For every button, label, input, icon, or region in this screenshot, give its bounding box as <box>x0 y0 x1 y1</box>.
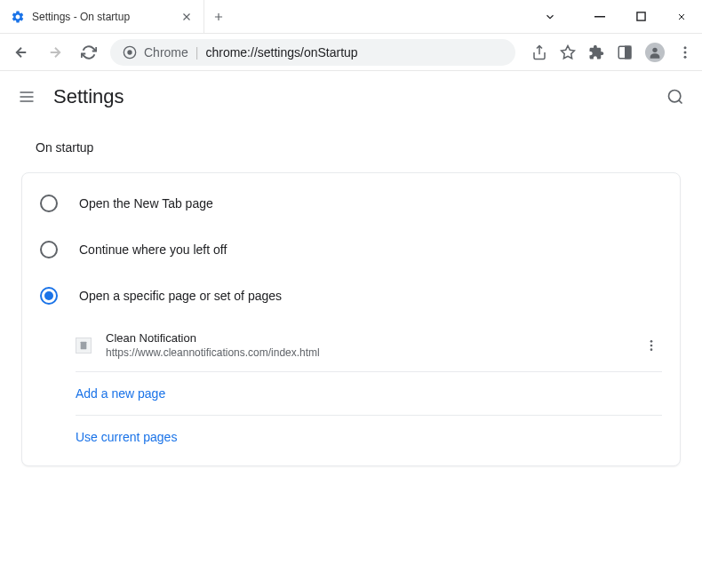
browser-tab[interactable]: Settings - On startup <box>0 0 204 33</box>
startup-page-url: https://www.cleannotifications.com/index… <box>106 346 626 359</box>
startup-page-item: Clean Notification https://www.cleannoti… <box>76 319 662 372</box>
close-icon[interactable] <box>180 11 193 23</box>
startup-card: Open the New Tab page Continue where you… <box>21 172 681 466</box>
startup-page-title: Clean Notification <box>106 331 626 345</box>
svg-rect-1 <box>636 12 644 20</box>
svg-point-10 <box>669 91 681 102</box>
svg-point-12 <box>650 340 653 343</box>
toolbar: Chrome | chrome://settings/onStartup <box>0 34 702 71</box>
settings-header: Settings <box>0 71 702 123</box>
use-current-pages-link[interactable]: Use current pages <box>76 416 662 458</box>
svg-point-9 <box>684 55 687 58</box>
tab-search-button[interactable] <box>530 0 570 34</box>
radio-icon <box>40 287 58 305</box>
option-specific-pages[interactable]: Open a specific page or set of pages <box>22 273 680 319</box>
page-favicon-icon <box>76 338 92 354</box>
svg-rect-0 <box>594 16 605 18</box>
svg-point-13 <box>650 344 653 346</box>
maximize-button[interactable] <box>620 0 661 34</box>
close-window-button[interactable] <box>661 0 702 34</box>
extensions-icon[interactable] <box>588 44 604 60</box>
radio-icon <box>40 241 58 258</box>
section-title: On startup <box>21 140 681 155</box>
new-tab-button[interactable] <box>204 0 233 33</box>
svg-point-7 <box>684 46 687 49</box>
tab-title: Settings - On startup <box>32 11 173 23</box>
svg-rect-11 <box>81 341 87 348</box>
page-more-button[interactable] <box>641 335 662 356</box>
side-panel-icon[interactable] <box>617 44 633 60</box>
content-area: On startup Open the New Tab page Continu… <box>0 123 702 484</box>
svg-rect-5 <box>626 46 631 59</box>
radio-icon <box>40 195 58 212</box>
option-new-tab[interactable]: Open the New Tab page <box>22 180 680 226</box>
add-page-link[interactable]: Add a new page <box>76 372 662 416</box>
chrome-icon <box>123 45 137 60</box>
forward-button[interactable] <box>43 40 68 65</box>
startup-pages-list: Clean Notification https://www.cleannoti… <box>76 319 662 458</box>
minimize-button[interactable] <box>579 0 620 34</box>
page-title: Settings <box>53 85 124 108</box>
radio-label: Continue where you left off <box>79 242 227 257</box>
radio-label: Open a specific page or set of pages <box>79 289 282 303</box>
search-icon[interactable] <box>666 88 684 106</box>
bookmark-star-icon[interactable] <box>560 44 576 60</box>
profile-avatar[interactable] <box>645 43 665 62</box>
menu-dots-icon[interactable] <box>677 44 693 60</box>
reload-button[interactable] <box>76 40 101 65</box>
svg-point-14 <box>650 348 653 351</box>
svg-point-6 <box>652 47 657 52</box>
omnibox-prefix: Chrome <box>144 45 188 60</box>
titlebar: Settings - On startup <box>0 0 702 34</box>
omnibox-url: chrome://settings/onStartup <box>205 45 357 60</box>
radio-label: Open the New Tab page <box>79 196 213 211</box>
svg-point-8 <box>684 51 687 53</box>
share-icon[interactable] <box>531 44 547 60</box>
option-continue[interactable]: Continue where you left off <box>22 226 680 273</box>
omnibox-separator: | <box>195 45 199 60</box>
back-button[interactable] <box>9 40 34 65</box>
hamburger-menu-icon[interactable] <box>18 88 36 106</box>
svg-point-3 <box>127 50 132 54</box>
address-bar[interactable]: Chrome | chrome://settings/onStartup <box>110 39 515 66</box>
settings-gear-icon <box>11 10 25 24</box>
